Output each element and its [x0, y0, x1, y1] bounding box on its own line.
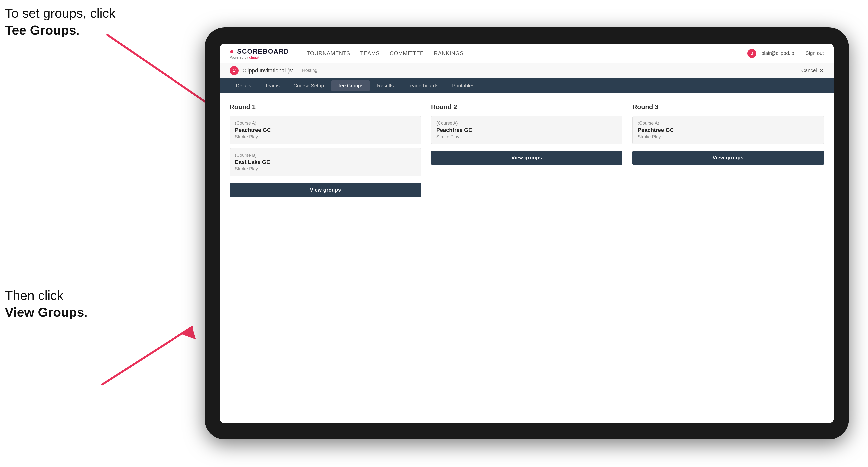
- instruction-top-line1: To set groups, click: [5, 6, 115, 21]
- round-1-course-b-name: East Lake GC: [235, 159, 416, 165]
- tab-printables[interactable]: Printables: [446, 81, 480, 91]
- nav-tournaments[interactable]: TOURNAMENTS: [307, 50, 350, 57]
- round-1-course-a-name: Peachtree GC: [235, 127, 416, 133]
- round-2-course-a-label: (Course A): [436, 121, 617, 126]
- svg-line-2: [102, 327, 192, 384]
- round-2-title: Round 2: [431, 103, 623, 111]
- round-1-course-a-label: (Course A): [235, 121, 416, 126]
- tab-leaderboards[interactable]: Leaderboards: [401, 81, 444, 91]
- nav-rankings[interactable]: RANKINGS: [434, 50, 464, 57]
- tab-teams[interactable]: Teams: [259, 81, 286, 91]
- instruction-top: To set groups, click Tee Groups.: [5, 5, 115, 39]
- tablet-frame: ● SCOREBOARD Powered by clippit TOURNAME…: [205, 27, 849, 439]
- arrow-bottom: [87, 307, 207, 402]
- instruction-bottom: Then click View Groups.: [5, 287, 88, 321]
- tab-details[interactable]: Details: [230, 81, 257, 91]
- round-2-course-a-name: Peachtree GC: [436, 127, 617, 133]
- round-2-course-a-card: (Course A) Peachtree GC Stroke Play: [431, 116, 623, 144]
- tab-results[interactable]: Results: [371, 81, 400, 91]
- round-1-course-a-format: Stroke Play: [235, 134, 416, 139]
- logo-powered: Powered by clippit: [230, 55, 289, 59]
- nav-teams[interactable]: TEAMS: [360, 50, 380, 57]
- round-1-title: Round 1: [230, 103, 421, 111]
- nav-links: TOURNAMENTS TEAMS COMMITTEE RANKINGS: [307, 50, 735, 57]
- sub-nav: Details Teams Course Setup Tee Groups Re…: [220, 78, 834, 93]
- logo-area: ● SCOREBOARD Powered by clippit: [230, 48, 289, 59]
- round-3-course-a-name: Peachtree GC: [638, 127, 818, 133]
- tournament-header: C Clippd Invitational (M... Hosting Canc…: [220, 63, 834, 78]
- round-1-view-groups-button[interactable]: View groups: [230, 183, 421, 197]
- rounds-container: Round 1 (Course A) Peachtree GC Stroke P…: [230, 103, 824, 197]
- cancel-x-icon: ✕: [819, 67, 824, 74]
- nav-separator: |: [799, 51, 800, 56]
- nav-right: B blair@clippd.io | Sign out: [747, 49, 824, 58]
- instruction-bottom-line2: View Groups: [5, 305, 84, 319]
- round-2-course-a-format: Stroke Play: [436, 134, 617, 139]
- round-2-column: Round 2 (Course A) Peachtree GC Stroke P…: [431, 103, 623, 197]
- round-1-column: Round 1 (Course A) Peachtree GC Stroke P…: [230, 103, 421, 197]
- user-email: blair@clippd.io: [762, 51, 794, 56]
- tab-tee-groups[interactable]: Tee Groups: [331, 81, 369, 91]
- round-2-view-groups-button[interactable]: View groups: [431, 151, 623, 165]
- round-3-view-groups-button[interactable]: View groups: [632, 151, 824, 165]
- user-avatar: B: [747, 49, 756, 58]
- logo-scoreboard: ● SCOREBOARD: [230, 48, 289, 55]
- round-1-course-b-label: (Course B): [235, 153, 416, 158]
- sign-out-link[interactable]: Sign out: [806, 51, 824, 56]
- round-3-course-a-label: (Course A): [638, 121, 818, 126]
- cancel-button[interactable]: Cancel ✕: [801, 67, 824, 74]
- round-3-course-a-card: (Course A) Peachtree GC Stroke Play: [632, 116, 824, 144]
- nav-committee[interactable]: COMMITTEE: [390, 50, 424, 57]
- tournament-name: Clippd Invitational (M...: [242, 67, 298, 74]
- top-nav: ● SCOREBOARD Powered by clippit TOURNAME…: [220, 44, 834, 63]
- tablet-screen: ● SCOREBOARD Powered by clippit TOURNAME…: [220, 44, 834, 423]
- main-content: Round 1 (Course A) Peachtree GC Stroke P…: [220, 93, 834, 423]
- tournament-hosting: Hosting: [302, 68, 317, 73]
- tournament-title-area: C Clippd Invitational (M... Hosting: [230, 66, 317, 75]
- svg-marker-3: [182, 327, 196, 339]
- svg-line-0: [107, 35, 217, 110]
- round-1-course-b-card: (Course B) East Lake GC Stroke Play: [230, 148, 421, 177]
- tournament-logo: C: [230, 66, 239, 75]
- instruction-top-line2: Tee Groups: [5, 23, 76, 37]
- instruction-bottom-period: .: [84, 305, 88, 319]
- round-3-title: Round 3: [632, 103, 824, 111]
- round-1-course-a-card: (Course A) Peachtree GC Stroke Play: [230, 116, 421, 144]
- round-3-column: Round 3 (Course A) Peachtree GC Stroke P…: [632, 103, 824, 197]
- round-3-course-a-format: Stroke Play: [638, 134, 818, 139]
- instruction-bottom-line1: Then click: [5, 288, 63, 303]
- round-1-course-b-format: Stroke Play: [235, 166, 416, 172]
- tab-course-setup[interactable]: Course Setup: [287, 81, 330, 91]
- instruction-top-period: .: [76, 23, 80, 37]
